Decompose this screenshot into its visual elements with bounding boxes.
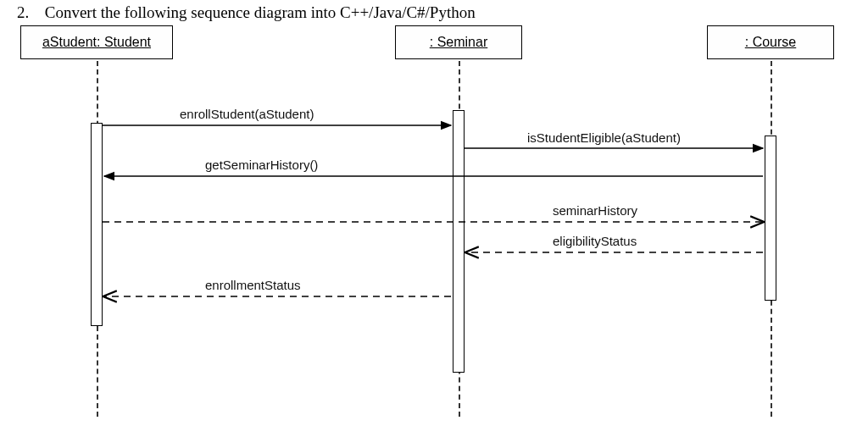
sequence-diagram: aStudent: Student : Seminar : Course — [10, 25, 858, 423]
msg-seminar-history: seminarHistory — [553, 203, 637, 218]
participant-label: : Seminar — [430, 35, 487, 49]
question-number: 2. — [17, 3, 41, 22]
activation-seminar — [453, 110, 465, 373]
participant-label: : Course — [745, 35, 796, 49]
participant-seminar: : Seminar — [395, 25, 522, 59]
msg-get-seminar-history: getSeminarHistory() — [205, 158, 318, 172]
participant-course: : Course — [707, 25, 834, 59]
question-text: Convert the following sequence diagram i… — [45, 3, 476, 21]
participant-student: aStudent: Student — [20, 25, 173, 59]
msg-eligibility-status: eligibilityStatus — [553, 234, 637, 248]
msg-is-student-eligible: isStudentEligible(aStudent) — [527, 130, 681, 145]
participant-label: aStudent: Student — [42, 35, 151, 49]
msg-enrollment-status: enrollmentStatus — [205, 278, 301, 292]
question-line: 2. Convert the following sequence diagra… — [17, 3, 476, 22]
msg-enroll-student: enrollStudent(aStudent) — [180, 107, 314, 121]
activation-student — [91, 123, 103, 326]
activation-course — [765, 136, 776, 301]
arrows-layer — [10, 25, 858, 423]
